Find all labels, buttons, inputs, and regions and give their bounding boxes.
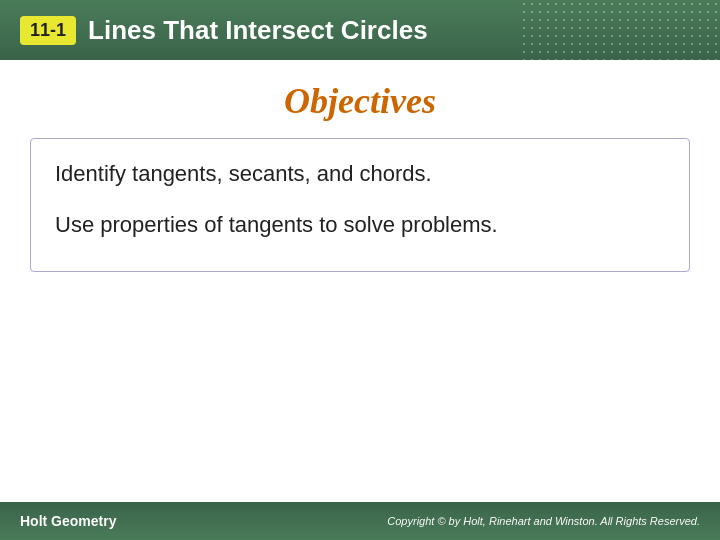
page-footer: Holt Geometry Copyright © by Holt, Rineh… — [0, 502, 720, 540]
header-title: Lines That Intersect Circles — [88, 15, 428, 46]
objective-item-1: Identify tangents, secants, and chords. — [55, 159, 665, 190]
footer-copyright: Copyright © by Holt, Rinehart and Winsto… — [387, 515, 700, 527]
footer-brand: Holt Geometry — [20, 513, 116, 529]
page-header: 11-1 Lines That Intersect Circles — [0, 0, 720, 60]
main-content: Objectives Identify tangents, secants, a… — [0, 60, 720, 502]
objectives-box: Identify tangents, secants, and chords. … — [30, 138, 690, 272]
lesson-badge: 11-1 — [20, 16, 76, 45]
objective-item-2: Use properties of tangents to solve prob… — [55, 210, 665, 241]
objectives-heading: Objectives — [284, 80, 436, 122]
